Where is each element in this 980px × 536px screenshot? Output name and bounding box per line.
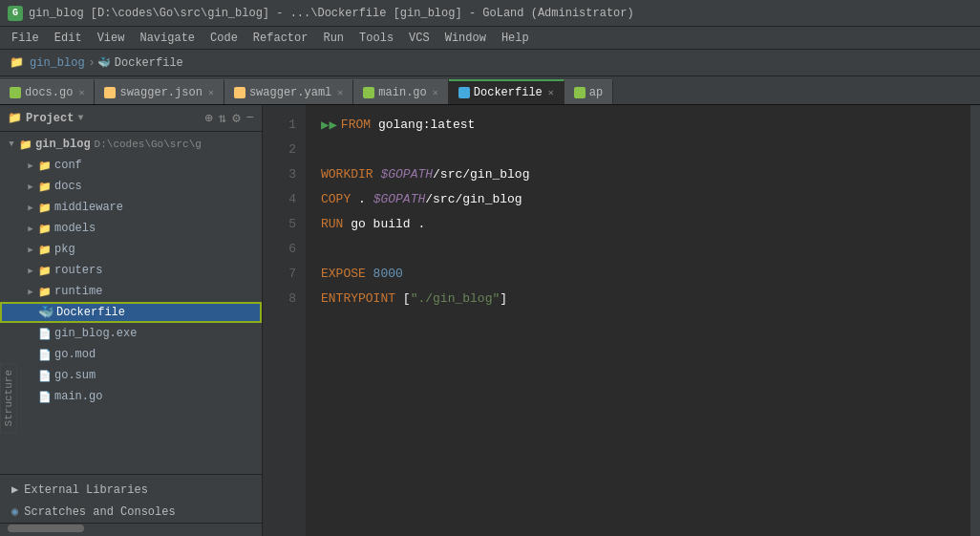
tab-docs-go[interactable]: docs.go ✕ <box>0 79 95 104</box>
menu-vcs[interactable]: VCS <box>401 30 437 47</box>
main-layout: 📁 Project ▼ ⊕ ⇅ ⚙ − ▼ 📁 gin_blog D:\code… <box>0 105 980 536</box>
sidebar-icon-plus[interactable]: ⊕ <box>204 110 212 126</box>
tree-label-conf: conf <box>54 159 82 172</box>
tab-bar: docs.go ✕ swagger.json ✕ swagger.yaml ✕ … <box>0 76 980 105</box>
copy-dot: . <box>351 187 373 212</box>
menu-navigate[interactable]: Navigate <box>132 30 202 47</box>
tree-label-models: models <box>54 222 96 235</box>
menu-view[interactable]: View <box>90 30 133 47</box>
tab-close-main-go[interactable]: ✕ <box>433 87 438 98</box>
file-tree: ▼ 📁 gin_blog D:\codes\Go\src\g ▶ 📁 conf … <box>0 132 262 474</box>
tree-label-maingo: main.go <box>54 390 102 403</box>
var-gopath-copy: $GOPATH <box>373 187 426 212</box>
folder-icon-conf: 📁 <box>38 160 52 172</box>
line-num-7: 7 <box>263 262 296 287</box>
run-command: go build . <box>351 212 425 237</box>
tree-item-conf[interactable]: ▶ 📁 conf <box>0 155 262 176</box>
app-icon: G <box>8 6 23 21</box>
code-line-6 <box>321 237 955 262</box>
tab-close-dockerfile[interactable]: ✕ <box>548 87 554 98</box>
tab-icon-ap <box>574 87 586 98</box>
tab-icon-swagger-json <box>104 87 116 98</box>
structure-tab[interactable]: Structure <box>0 363 17 433</box>
tree-label-gosum: go.sum <box>54 369 96 382</box>
tree-item-gomod[interactable]: 📄 go.mod <box>0 344 262 365</box>
keyword-run: RUN <box>321 212 351 237</box>
breadcrumb: 📁 gin_blog › 🐳 Dockerfile <box>0 50 980 76</box>
line-numbers: 1 2 3 4 5 6 7 8 <box>263 105 306 536</box>
scratches-consoles-item[interactable]: ◉ Scratches and Consoles <box>0 501 262 523</box>
expose-port: 8000 <box>373 262 403 287</box>
tree-label-gomod: go.mod <box>54 348 96 361</box>
tab-label-swagger-yaml: swagger.yaml <box>249 86 331 99</box>
keyword-from: FROM <box>341 113 378 138</box>
menu-code[interactable]: Code <box>202 30 245 47</box>
var-gopath-workdir: $GOPATH <box>380 162 433 187</box>
tree-item-middleware[interactable]: ▶ 📁 middleware <box>0 197 262 218</box>
run-arrow[interactable]: ▶▶ <box>321 113 337 138</box>
path-copy: /src/gin_blog <box>425 187 522 212</box>
scratches-icon: ◉ <box>11 504 18 519</box>
sidebar-icon-minus[interactable]: − <box>246 110 254 126</box>
sidebar-icon-gear[interactable]: ⚙ <box>232 110 240 126</box>
menu-help[interactable]: Help <box>494 30 537 47</box>
tab-ap[interactable]: ap <box>565 79 613 104</box>
editor-scrollbar[interactable] <box>970 105 980 536</box>
menu-file[interactable]: File <box>4 30 47 47</box>
tree-item-dockerfile[interactable]: 🐳 Dockerfile <box>0 302 262 323</box>
tree-label-runtime: runtime <box>54 285 102 298</box>
folder-icon-root: 📁 <box>19 139 32 151</box>
breadcrumb-project[interactable]: gin_blog <box>30 56 85 70</box>
menu-refactor[interactable]: Refactor <box>245 30 316 47</box>
sidebar-header: 📁 Project ▼ ⊕ ⇅ ⚙ − <box>0 105 262 132</box>
tree-label-pkg: pkg <box>54 243 75 256</box>
tree-item-maingo[interactable]: 📄 main.go <box>0 386 262 407</box>
tree-item-runtime[interactable]: ▶ 📁 runtime <box>0 281 262 302</box>
tree-label-routers: routers <box>54 264 102 277</box>
sidebar-scrollbar[interactable] <box>0 523 262 532</box>
code-line-7: EXPOSE 8000 <box>321 262 955 287</box>
keyword-entrypoint: ENTRYPOINT <box>321 287 403 311</box>
menu-run[interactable]: Run <box>315 30 352 47</box>
tab-dockerfile[interactable]: Dockerfile ✕ <box>449 79 565 104</box>
scratches-label: Scratches and Consoles <box>24 505 175 519</box>
line-num-3: 3 <box>263 162 296 187</box>
keyword-copy: COPY <box>321 187 351 212</box>
value-golang: golang:latest <box>378 113 475 138</box>
tab-swagger-yaml[interactable]: swagger.yaml ✕ <box>224 79 353 104</box>
tree-item-root[interactable]: ▼ 📁 gin_blog D:\codes\Go\src\g <box>0 134 262 155</box>
tree-item-pkg[interactable]: ▶ 📁 pkg <box>0 239 262 260</box>
tab-close-swagger-yaml[interactable]: ✕ <box>337 87 343 98</box>
menu-window[interactable]: Window <box>437 30 494 47</box>
code-line-1: ▶▶ FROM golang:latest <box>321 113 955 138</box>
tree-item-docs[interactable]: ▶ 📁 docs <box>0 176 262 197</box>
gosum-icon: 📄 <box>38 370 52 382</box>
sidebar: 📁 Project ▼ ⊕ ⇅ ⚙ − ▼ 📁 gin_blog D:\code… <box>0 105 263 536</box>
tab-swagger-json[interactable]: swagger.json ✕ <box>95 79 224 104</box>
tab-icon-docs <box>10 87 21 98</box>
sidebar-bottom: ▶ External Libraries ◉ Scratches and Con… <box>0 474 262 536</box>
breadcrumb-file[interactable]: Dockerfile <box>115 56 183 70</box>
menu-edit[interactable]: Edit <box>47 30 90 47</box>
sidebar-scrollbar-thumb[interactable] <box>8 525 84 532</box>
tree-label-dockerfile: Dockerfile <box>56 306 125 319</box>
tree-item-gosum[interactable]: 📄 go.sum <box>0 365 262 386</box>
tree-item-routers[interactable]: ▶ 📁 routers <box>0 260 262 281</box>
editor-area[interactable]: 1 2 3 4 5 6 7 8 ▶▶ FROM golang:latest <box>263 105 980 536</box>
external-libraries-icon: ▶ <box>11 482 18 497</box>
code-editor[interactable]: ▶▶ FROM golang:latest WORKDIR $GOPATH/sr… <box>306 105 970 536</box>
tree-item-models[interactable]: ▶ 📁 models <box>0 218 262 239</box>
tree-item-exe[interactable]: 📄 gin_blog.exe <box>0 323 262 344</box>
tree-label-exe: gin_blog.exe <box>54 327 137 340</box>
menu-tools[interactable]: Tools <box>352 30 401 47</box>
tab-close-swagger-json[interactable]: ✕ <box>208 87 214 98</box>
tab-main-go[interactable]: main.go ✕ <box>353 79 448 104</box>
external-libraries-item[interactable]: ▶ External Libraries <box>0 479 262 501</box>
folder-icon-routers: 📁 <box>38 265 52 277</box>
tab-close-docs[interactable]: ✕ <box>78 87 84 98</box>
sidebar-icon-arrows[interactable]: ⇅ <box>219 110 226 126</box>
gomod-icon: 📄 <box>38 349 52 361</box>
code-line-4: COPY . $GOPATH/src/gin_blog <box>321 187 955 212</box>
tab-label-main-go: main.go <box>378 86 426 99</box>
entrypoint-value: "./gin_blog" <box>411 287 501 311</box>
